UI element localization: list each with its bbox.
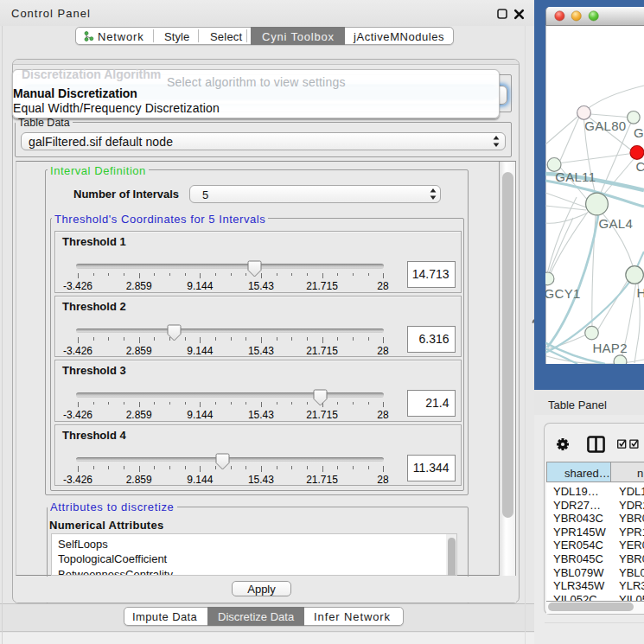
svg-text:C: C xyxy=(636,159,644,174)
svg-text:HAP2: HAP2 xyxy=(592,341,627,355)
svg-text:GAL4: GAL4 xyxy=(599,216,634,231)
svg-text:GAL80: GAL80 xyxy=(584,118,626,133)
svg-text:G.: G. xyxy=(634,125,644,140)
svg-text:GAL11: GAL11 xyxy=(555,169,596,184)
svg-text:H: H xyxy=(637,285,644,300)
svg-text:GCY1: GCY1 xyxy=(545,286,581,301)
